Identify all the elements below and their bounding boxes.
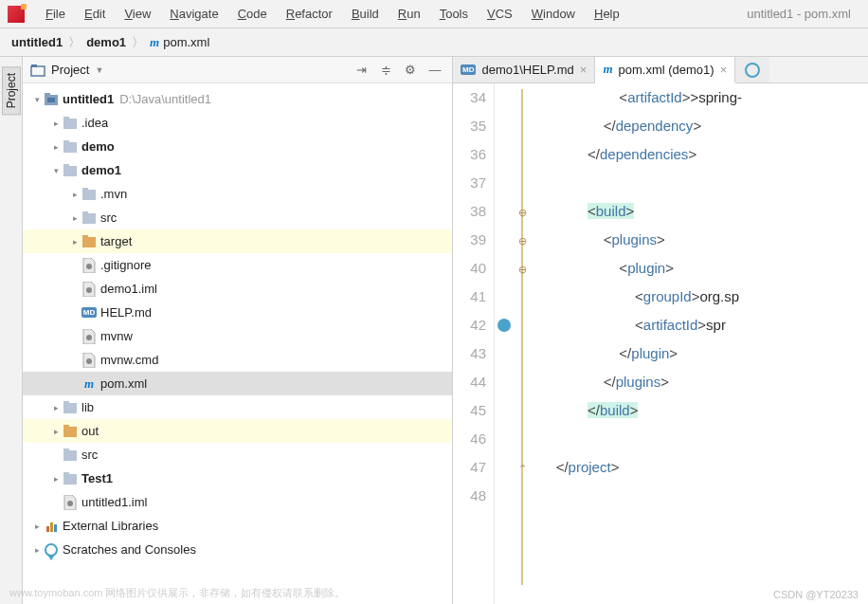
breadcrumb-item[interactable]: m pom.xml [150,35,209,50]
chevron-right-icon[interactable]: ▸ [49,427,63,436]
code-line[interactable] [540,482,868,510]
line-number[interactable]: 41 [453,283,486,311]
menu-vcs[interactable]: VCS [478,3,522,25]
tree-item-mvnw-cmd[interactable]: mvnw.cmd [23,348,452,372]
project-view-title[interactable]: Project [51,63,89,77]
line-number[interactable]: 47 [453,453,486,482]
line-number[interactable]: 35 [453,112,486,140]
code-line[interactable]: </project> [540,453,868,482]
tree-item-mvnw[interactable]: mvnw [23,324,452,348]
menu-refactor[interactable]: Refactor [277,3,342,25]
dropdown-icon[interactable]: ▼ [95,65,103,75]
line-number[interactable]: 48 [453,482,486,510]
code-line[interactable]: </dependencies> [540,140,868,169]
tree-item--gitignore[interactable]: .gitignore [23,253,452,277]
chevron-right-icon[interactable]: ▸ [68,237,81,247]
chevron-right-icon[interactable]: ▸ [49,403,63,412]
chevron-right-icon[interactable]: ▸ [49,474,63,484]
line-number[interactable]: 34 [453,83,486,112]
tree-item-out[interactable]: ▸out [23,419,452,443]
line-number[interactable]: 38 [453,197,486,226]
line-number[interactable]: 42 [453,311,486,339]
chevron-right-icon[interactable]: ▸ [49,119,63,128]
settings-icon[interactable]: ⚙ [401,61,420,80]
tree-item-untitled1[interactable]: ▾untitled1D:\Java\untitled1 [23,87,452,111]
project-tree[interactable]: ▾untitled1D:\Java\untitled1▸.idea▸demo▾d… [23,83,452,604]
tree-item-src[interactable]: ▸src [23,206,452,229]
editor-tab[interactable]: MDdemo1\HELP.md× [453,57,595,82]
chevron-right-icon[interactable]: ▸ [49,142,63,152]
close-icon[interactable]: × [580,63,588,77]
menu-run[interactable]: Run [389,3,430,25]
line-number-gutter[interactable]: 343536373839404142434445464748 [453,83,495,604]
menu-help[interactable]: Help [585,3,629,25]
tree-item-demo1[interactable]: ▾demo1 [23,158,452,182]
code-line[interactable]: </plugin> [540,339,868,368]
close-icon[interactable]: × [720,63,728,77]
chevron-right-icon[interactable]: ▸ [30,522,44,531]
chevron-right-icon[interactable]: ▸ [68,213,81,223]
tree-item-demo1-iml[interactable]: demo1.iml [23,277,452,301]
project-tool-tab[interactable]: Project [2,66,21,115]
code-line[interactable]: </plugins> [540,368,868,396]
tree-item-src[interactable]: src [23,443,452,467]
code-line[interactable]: <artifactId>spr [540,311,868,339]
code-line[interactable]: <build> [540,197,868,226]
web-preview-icon[interactable] [735,57,769,82]
editor-tab[interactable]: mpom.xml (demo1)× [595,57,735,83]
line-number[interactable]: 44 [453,368,486,396]
tree-item-target[interactable]: ▸target [23,229,452,253]
menu-tools[interactable]: Tools [430,3,478,25]
menu-build[interactable]: Build [342,3,389,25]
chevron-right-icon[interactable]: ▸ [30,545,44,555]
code-line[interactable]: <plugins> [540,226,868,254]
hide-panel-button[interactable]: — [425,61,444,80]
fold-toggle[interactable]: ⊖ [518,197,527,226]
line-number[interactable]: 46 [453,425,486,453]
menu-code[interactable]: Code [228,3,277,25]
tree-item--idea[interactable]: ▸.idea [23,111,452,135]
expand-all-button[interactable]: ≑ [376,61,395,80]
chevron-down-icon[interactable]: ▾ [30,95,44,104]
tree-item-scratches-and-consoles[interactable]: ▸Scratches and Consoles [23,538,452,561]
line-number[interactable]: 37 [453,169,486,197]
tree-item-test1[interactable]: ▸Test1 [23,467,452,490]
code-editor[interactable]: 343536373839404142434445464748 ⊖⊖⊖⌃ <art… [453,83,868,604]
code-line[interactable]: </build> [540,396,868,425]
line-number[interactable]: 39 [453,226,486,254]
line-number[interactable]: 36 [453,140,486,169]
fold-gutter[interactable]: ⊖⊖⊖⌃ [514,83,531,604]
fold-end[interactable]: ⌃ [518,453,527,482]
code-line[interactable]: <groupId>org.sp [540,283,868,311]
line-number[interactable]: 45 [453,396,486,425]
menu-navigate[interactable]: Navigate [160,3,227,25]
fold-toggle[interactable]: ⊖ [518,254,527,283]
run-gutter[interactable] [495,83,514,604]
menu-window[interactable]: Window [522,3,585,25]
code-line[interactable]: <artifactId>>spring- [540,83,868,112]
code-line[interactable] [540,425,868,453]
run-gutter-icon[interactable] [497,319,511,332]
breadcrumb-item[interactable]: demo1 [86,35,126,49]
code-line[interactable]: <plugin> [540,254,868,283]
line-number[interactable]: 40 [453,254,486,283]
tree-item-pom-xml[interactable]: mpom.xml [23,372,452,395]
chevron-down-icon[interactable]: ▾ [49,166,63,175]
tree-item-untitled1-iml[interactable]: untitled1.iml [23,490,452,514]
code-text[interactable]: <artifactId>>spring- </dependency> </dep… [531,83,868,604]
breadcrumb-item[interactable]: untitled1 [11,35,63,49]
fold-toggle[interactable]: ⊖ [518,226,527,254]
tree-item-demo[interactable]: ▸demo [23,135,452,158]
menu-edit[interactable]: Edit [75,3,115,25]
tree-item-external-libraries[interactable]: ▸External Libraries [23,514,452,538]
code-line[interactable]: </dependency> [540,112,868,140]
chevron-right-icon[interactable]: ▸ [68,190,81,199]
line-number[interactable]: 43 [453,339,486,368]
tree-item--mvn[interactable]: ▸.mvn [23,182,452,206]
code-line[interactable] [540,169,868,197]
menu-file[interactable]: File [36,3,75,25]
menu-view[interactable]: View [115,3,160,25]
tree-item-lib[interactable]: ▸lib [23,395,452,419]
select-opened-file-button[interactable]: ⇥ [352,61,371,80]
tree-item-help-md[interactable]: MDHELP.md [23,301,452,324]
